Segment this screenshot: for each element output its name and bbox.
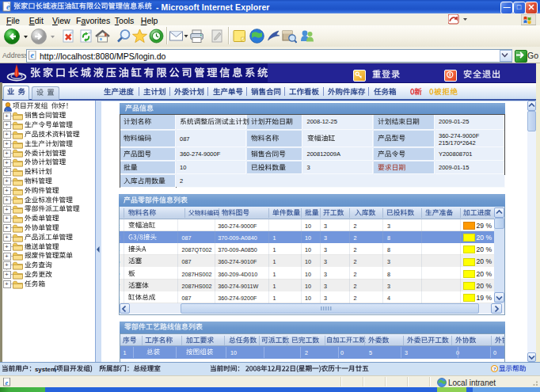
svg-text:e: e	[6, 2, 10, 11]
svg-text:?: ?	[493, 366, 496, 371]
svg-text:e: e	[6, 379, 9, 386]
